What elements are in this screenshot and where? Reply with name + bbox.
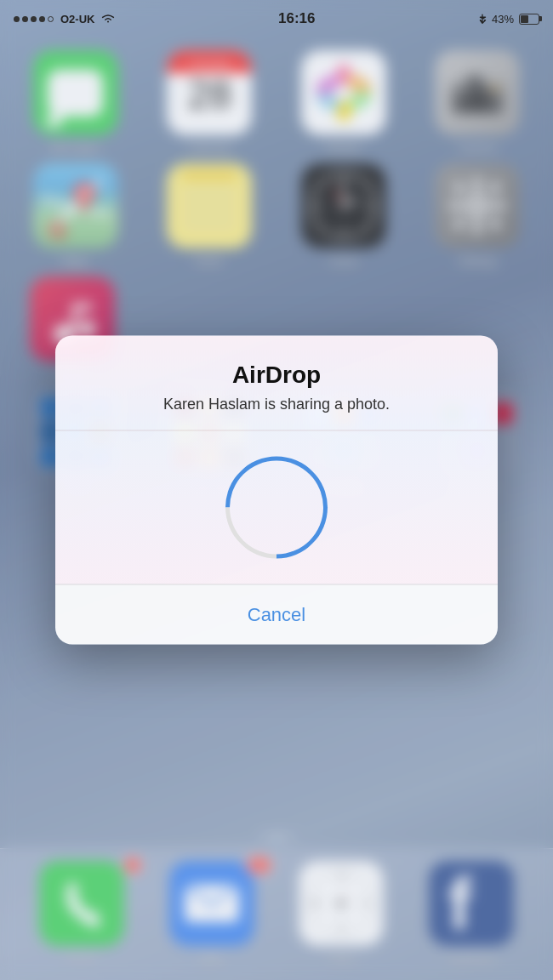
dialog-header: AirDrop Karen Haslam is sharing a photo. [55, 336, 498, 431]
status-right: 43% [478, 13, 539, 26]
battery-fill [521, 15, 528, 23]
signal-dot-4 [39, 16, 45, 22]
dialog-subtitle: Karen Haslam is sharing a photo. [81, 396, 472, 413]
dialog-cancel-button[interactable]: Cancel [55, 585, 498, 645]
dialog-progress [55, 431, 498, 584]
signal-dot-3 [31, 16, 37, 22]
signal-dot-1 [14, 16, 20, 22]
signal-dot-5 [48, 16, 54, 22]
status-time: 16:16 [278, 10, 315, 27]
signal-dots [14, 16, 54, 22]
progress-ring [204, 436, 349, 580]
status-bar: O2-UK 16:16 43% [0, 0, 553, 37]
airdrop-dialog: AirDrop Karen Haslam is sharing a photo.… [55, 336, 498, 645]
wifi-icon [101, 14, 115, 24]
signal-dot-2 [22, 16, 28, 22]
battery-indicator [519, 14, 539, 25]
cancel-label: Cancel [248, 604, 305, 625]
status-left: O2-UK [14, 13, 115, 26]
bluetooth-icon [478, 13, 487, 25]
carrier-label: O2-UK [60, 13, 94, 26]
battery-percent: 43% [492, 13, 514, 26]
dialog-title: AirDrop [81, 362, 472, 389]
